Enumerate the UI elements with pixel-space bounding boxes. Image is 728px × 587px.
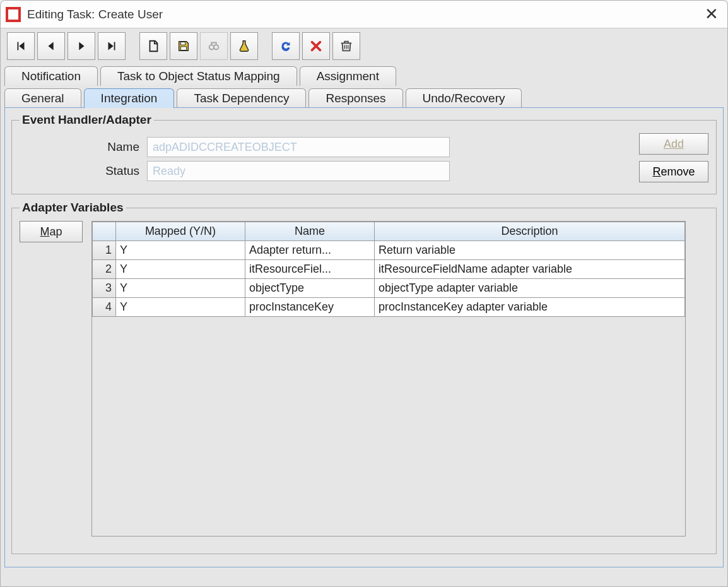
new-button[interactable] [139, 32, 167, 60]
refresh-button[interactable] [272, 32, 300, 60]
titlebar: Editing Task: Create User ✕ [1, 1, 727, 28]
variables-table-wrap: Mapped (Y/N) Name Description 1YAdapter … [91, 221, 686, 537]
cell-description[interactable]: itResourceFieldName adapter variable [374, 260, 684, 279]
status-label: Status [20, 164, 139, 178]
save-button[interactable] [170, 32, 197, 60]
cell-mapped[interactable]: Y [115, 260, 245, 279]
x-delete-icon [309, 39, 323, 53]
tab-undo-recovery[interactable]: Undo/Recovery [406, 88, 522, 108]
cell-description[interactable]: Return variable [374, 241, 684, 260]
prev-record-button[interactable] [37, 32, 65, 60]
col-rownum[interactable] [93, 222, 116, 241]
row-number: 4 [93, 298, 116, 317]
last-record-button[interactable] [98, 32, 126, 60]
event-handler-legend: Event Handler/Adapter [20, 113, 154, 127]
file-group [139, 32, 258, 60]
window-title: Editing Task: Create User [27, 8, 701, 21]
tab-responses[interactable]: Responses [308, 88, 402, 108]
cell-description[interactable]: procInstanceKey adapter variable [374, 298, 684, 317]
svg-rect-1 [180, 47, 186, 50]
event-handler-group: Event Handler/Adapter Name Status [11, 113, 717, 194]
close-icon[interactable]: ✕ [701, 4, 722, 24]
tab-task-dependency[interactable]: Task Dependency [177, 88, 306, 108]
delete-button[interactable] [302, 32, 330, 60]
svg-point-2 [209, 45, 214, 49]
oracle-app-icon [6, 7, 21, 22]
cell-name[interactable]: Adapter return... [245, 241, 374, 260]
query-button[interactable] [230, 32, 258, 60]
add-button[interactable]: Add [639, 133, 708, 155]
variables-table: Mapped (Y/N) Name Description 1YAdapter … [92, 222, 685, 317]
name-input[interactable] [147, 137, 450, 157]
svg-point-3 [214, 45, 218, 49]
window-root: Editing Task: Create User ✕ [0, 0, 728, 587]
svg-rect-0 [180, 42, 185, 45]
cell-name[interactable]: itResourceFiel... [245, 260, 374, 279]
table-row[interactable]: 3YobjectTypeobjectType adapter variable [93, 279, 685, 298]
status-input[interactable] [147, 161, 450, 181]
find-button[interactable] [200, 32, 228, 60]
tabs-area: Notification Task to Object Status Mappi… [1, 64, 727, 568]
action-group [272, 32, 360, 60]
trash-icon [339, 39, 353, 53]
cell-name[interactable]: procInstanceKey [245, 298, 374, 317]
map-button[interactable]: Map [20, 221, 83, 242]
toolbar [1, 28, 727, 64]
tab-row-1: Notification Task to Object Status Mappi… [4, 66, 724, 86]
tab-assignment[interactable]: Assignment [300, 66, 396, 86]
new-doc-icon [146, 39, 160, 53]
cell-mapped[interactable]: Y [115, 279, 245, 298]
cell-mapped[interactable]: Y [115, 298, 245, 317]
adapter-variables-group: Adapter Variables Map Mapped (Y/N) Name [11, 201, 717, 554]
binoculars-icon [207, 39, 221, 53]
tab-general[interactable]: General [4, 88, 81, 108]
name-label: Name [20, 140, 139, 154]
last-icon [105, 39, 119, 53]
cell-mapped[interactable]: Y [115, 241, 245, 260]
col-name[interactable]: Name [245, 222, 374, 241]
first-record-button[interactable] [7, 32, 35, 60]
row-number: 2 [93, 260, 116, 279]
next-record-button[interactable] [68, 32, 95, 60]
trash-button[interactable] [332, 32, 360, 60]
remove-button[interactable]: Remove [639, 161, 708, 182]
prev-icon [44, 39, 58, 53]
next-icon [74, 39, 88, 53]
tab-content-integration: Event Handler/Adapter Name Status [4, 107, 724, 567]
col-mapped[interactable]: Mapped (Y/N) [115, 222, 245, 241]
tab-integration[interactable]: Integration [84, 88, 175, 108]
table-row[interactable]: 2YitResourceFiel...itResourceFieldName a… [93, 260, 685, 279]
tab-notification[interactable]: Notification [4, 66, 98, 86]
tab-task-to-object-status-mapping[interactable]: Task to Object Status Mapping [100, 66, 297, 86]
table-row[interactable]: 1YAdapter return...Return variable [93, 241, 685, 260]
row-number: 1 [93, 241, 116, 260]
adapter-variables-legend: Adapter Variables [20, 201, 126, 215]
cell-description[interactable]: objectType adapter variable [374, 279, 684, 298]
refresh-icon [279, 39, 293, 53]
tab-row-2: General Integration Task Dependency Resp… [4, 88, 724, 108]
first-icon [14, 39, 28, 53]
flask-icon [237, 39, 251, 53]
row-number: 3 [93, 279, 116, 298]
nav-group [7, 32, 126, 60]
cell-name[interactable]: objectType [245, 279, 374, 298]
table-row[interactable]: 4YprocInstanceKeyprocInstanceKey adapter… [93, 298, 685, 317]
save-icon [177, 39, 191, 53]
col-description[interactable]: Description [374, 222, 684, 241]
